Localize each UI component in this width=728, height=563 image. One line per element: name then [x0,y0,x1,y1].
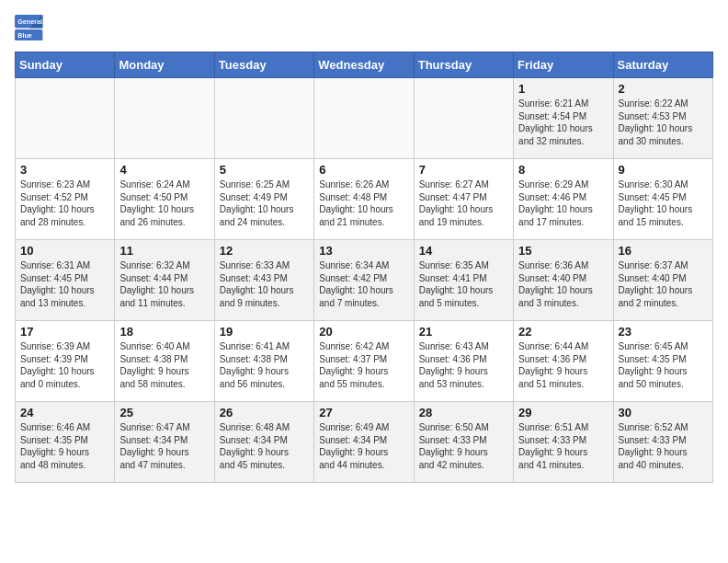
calendar-cell: 7Sunrise: 6:27 AM Sunset: 4:47 PM Daylig… [414,159,513,240]
day-number: 18 [119,325,209,339]
week-row-2: 3Sunrise: 6:23 AM Sunset: 4:52 PM Daylig… [16,159,713,240]
weekday-header-saturday: Saturday [613,52,712,78]
weekday-header-row: SundayMondayTuesdayWednesdayThursdayFrid… [16,52,713,78]
calendar-cell [115,78,214,159]
calendar-cell: 26Sunrise: 6:48 AM Sunset: 4:34 PM Dayli… [214,402,313,483]
day-info: Sunrise: 6:43 AM Sunset: 4:36 PM Dayligh… [419,340,508,390]
calendar-cell: 25Sunrise: 6:47 AM Sunset: 4:34 PM Dayli… [115,402,214,483]
day-number: 11 [119,244,209,258]
weekday-header-sunday: Sunday [16,52,115,78]
calendar-cell: 3Sunrise: 6:23 AM Sunset: 4:52 PM Daylig… [16,159,115,240]
calendar-cell: 9Sunrise: 6:30 AM Sunset: 4:45 PM Daylig… [613,159,712,240]
day-number: 22 [518,325,608,339]
calendar-cell: 19Sunrise: 6:41 AM Sunset: 4:38 PM Dayli… [214,321,313,402]
calendar-cell: 17Sunrise: 6:39 AM Sunset: 4:39 PM Dayli… [16,321,115,402]
day-number: 4 [119,163,209,177]
calendar-cell: 16Sunrise: 6:37 AM Sunset: 4:40 PM Dayli… [613,240,712,321]
day-info: Sunrise: 6:50 AM Sunset: 4:33 PM Dayligh… [419,421,508,471]
weekday-header-tuesday: Tuesday [214,52,313,78]
day-number: 30 [619,406,708,419]
day-info: Sunrise: 6:37 AM Sunset: 4:40 PM Dayligh… [619,259,708,309]
calendar-cell: 2Sunrise: 6:22 AM Sunset: 4:53 PM Daylig… [613,78,712,159]
day-info: Sunrise: 6:23 AM Sunset: 4:52 PM Dayligh… [20,178,109,228]
day-number: 21 [419,325,508,339]
calendar-cell: 11Sunrise: 6:32 AM Sunset: 4:44 PM Dayli… [115,240,214,321]
day-info: Sunrise: 6:49 AM Sunset: 4:34 PM Dayligh… [319,421,408,471]
weekday-header-monday: Monday [115,52,214,78]
day-number: 8 [518,163,608,177]
day-info: Sunrise: 6:21 AM Sunset: 4:54 PM Dayligh… [518,98,608,147]
day-number: 14 [419,244,508,258]
day-number: 3 [20,163,109,177]
calendar-cell: 1Sunrise: 6:21 AM Sunset: 4:54 PM Daylig… [514,78,613,159]
day-info: Sunrise: 6:45 AM Sunset: 4:35 PM Dayligh… [619,340,708,390]
calendar-cell: 10Sunrise: 6:31 AM Sunset: 4:45 PM Dayli… [16,240,115,321]
calendar-cell [16,78,115,159]
day-info: Sunrise: 6:48 AM Sunset: 4:34 PM Dayligh… [220,421,309,471]
day-info: Sunrise: 6:35 AM Sunset: 4:41 PM Dayligh… [419,259,508,309]
day-number: 12 [220,244,309,258]
svg-text:General: General [17,17,42,26]
day-info: Sunrise: 6:52 AM Sunset: 4:33 PM Dayligh… [619,421,708,471]
calendar-cell: 27Sunrise: 6:49 AM Sunset: 4:34 PM Dayli… [314,402,414,483]
day-number: 1 [518,82,608,96]
calendar-cell: 30Sunrise: 6:52 AM Sunset: 4:33 PM Dayli… [613,402,712,483]
day-info: Sunrise: 6:41 AM Sunset: 4:38 PM Dayligh… [220,340,309,390]
day-number: 20 [319,325,408,339]
calendar-cell: 24Sunrise: 6:46 AM Sunset: 4:35 PM Dayli… [16,402,115,483]
day-number: 24 [20,406,109,419]
day-number: 29 [518,406,608,419]
weekday-header-wednesday: Wednesday [314,52,414,78]
calendar-table: SundayMondayTuesdayWednesdayThursdayFrid… [15,52,713,483]
day-info: Sunrise: 6:46 AM Sunset: 4:35 PM Dayligh… [20,421,109,471]
day-info: Sunrise: 6:27 AM Sunset: 4:47 PM Dayligh… [419,178,508,228]
day-number: 25 [119,406,209,419]
day-info: Sunrise: 6:47 AM Sunset: 4:34 PM Dayligh… [119,421,209,471]
calendar-cell: 21Sunrise: 6:43 AM Sunset: 4:36 PM Dayli… [414,321,513,402]
calendar-cell [414,78,513,159]
week-row-4: 17Sunrise: 6:39 AM Sunset: 4:39 PM Dayli… [16,321,713,402]
day-info: Sunrise: 6:42 AM Sunset: 4:37 PM Dayligh… [319,340,408,390]
day-number: 13 [319,244,408,258]
day-info: Sunrise: 6:44 AM Sunset: 4:36 PM Dayligh… [518,340,608,390]
day-number: 7 [419,163,508,177]
calendar-cell: 14Sunrise: 6:35 AM Sunset: 4:41 PM Dayli… [414,240,513,321]
day-number: 9 [619,163,708,177]
weekday-header-friday: Friday [514,52,613,78]
day-info: Sunrise: 6:29 AM Sunset: 4:46 PM Dayligh… [518,178,608,228]
day-info: Sunrise: 6:24 AM Sunset: 4:50 PM Dayligh… [119,178,209,228]
day-number: 26 [220,406,309,419]
logo-icon: General Blue [15,15,44,40]
day-info: Sunrise: 6:33 AM Sunset: 4:43 PM Dayligh… [220,259,309,309]
day-info: Sunrise: 6:26 AM Sunset: 4:48 PM Dayligh… [319,178,408,228]
day-info: Sunrise: 6:36 AM Sunset: 4:40 PM Dayligh… [518,259,608,309]
calendar-cell: 4Sunrise: 6:24 AM Sunset: 4:50 PM Daylig… [115,159,214,240]
day-number: 6 [319,163,408,177]
calendar-cell: 28Sunrise: 6:50 AM Sunset: 4:33 PM Dayli… [414,402,513,483]
day-number: 15 [518,244,608,258]
week-row-5: 24Sunrise: 6:46 AM Sunset: 4:35 PM Dayli… [16,402,713,483]
calendar-cell: 29Sunrise: 6:51 AM Sunset: 4:33 PM Dayli… [514,402,613,483]
calendar-cell: 13Sunrise: 6:34 AM Sunset: 4:42 PM Dayli… [314,240,414,321]
weekday-header-thursday: Thursday [414,52,513,78]
calendar-cell: 5Sunrise: 6:25 AM Sunset: 4:49 PM Daylig… [214,159,313,240]
day-number: 2 [619,82,708,96]
page: General Blue SundayMondayTuesdayWednesda… [0,0,728,563]
logo: General Blue [15,15,46,40]
day-info: Sunrise: 6:22 AM Sunset: 4:53 PM Dayligh… [619,98,708,147]
day-info: Sunrise: 6:32 AM Sunset: 4:44 PM Dayligh… [119,259,209,309]
day-number: 5 [220,163,309,177]
calendar-cell: 23Sunrise: 6:45 AM Sunset: 4:35 PM Dayli… [613,321,712,402]
calendar-cell [214,78,313,159]
week-row-3: 10Sunrise: 6:31 AM Sunset: 4:45 PM Dayli… [16,240,713,321]
day-number: 17 [20,325,109,339]
day-info: Sunrise: 6:39 AM Sunset: 4:39 PM Dayligh… [20,340,109,390]
day-info: Sunrise: 6:31 AM Sunset: 4:45 PM Dayligh… [20,259,109,309]
day-info: Sunrise: 6:34 AM Sunset: 4:42 PM Dayligh… [319,259,408,309]
day-info: Sunrise: 6:25 AM Sunset: 4:49 PM Dayligh… [220,178,309,228]
day-number: 27 [319,406,408,419]
day-number: 10 [20,244,109,258]
day-number: 28 [419,406,508,419]
day-info: Sunrise: 6:30 AM Sunset: 4:45 PM Dayligh… [619,178,708,228]
day-info: Sunrise: 6:51 AM Sunset: 4:33 PM Dayligh… [518,421,608,471]
